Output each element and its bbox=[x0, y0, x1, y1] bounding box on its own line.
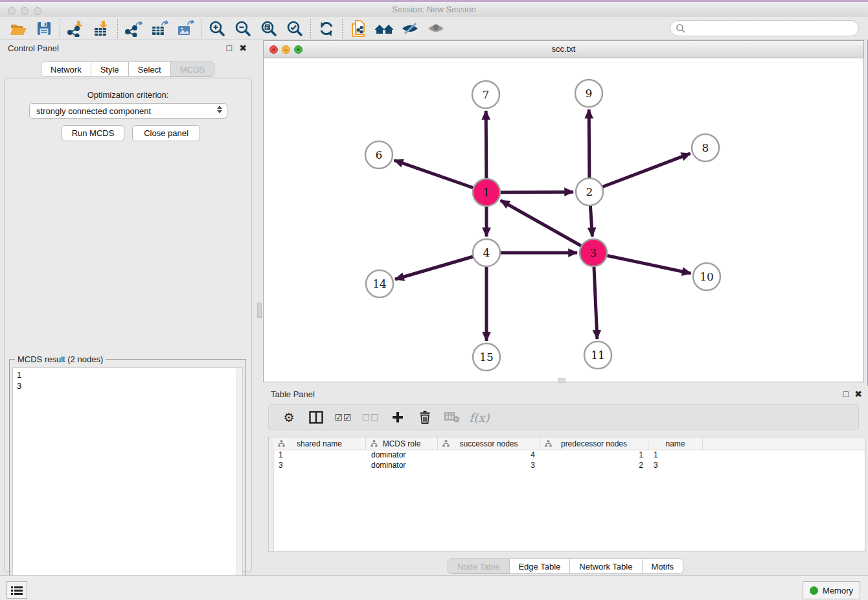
zoom-fit-button[interactable] bbox=[256, 19, 282, 38]
zoom-selected-button[interactable] bbox=[282, 19, 308, 38]
criterion-value: strongly connected component bbox=[36, 106, 151, 116]
network-graph[interactable]: 7968124314101511 bbox=[264, 58, 863, 382]
close-table-panel-icon[interactable]: ✖ bbox=[854, 388, 862, 400]
node-label-2: 2 bbox=[586, 185, 593, 198]
tab-edge-table[interactable]: Edge Table bbox=[509, 559, 570, 573]
export-table-button[interactable] bbox=[146, 19, 172, 38]
zoom-out-button[interactable] bbox=[230, 19, 256, 38]
table-row[interactable]: 3dominator323 bbox=[273, 460, 865, 470]
tab-node-table[interactable]: Node Table bbox=[448, 559, 510, 573]
cell-successor-nodes[interactable]: 4 bbox=[438, 450, 540, 460]
export-network-button[interactable] bbox=[120, 19, 146, 38]
clone-network-button[interactable] bbox=[345, 19, 371, 38]
deselect-all-checkboxes-icon[interactable]: ☐☐ bbox=[360, 408, 382, 427]
status-bar: Memory bbox=[0, 575, 868, 600]
cell-name[interactable]: 3 bbox=[648, 460, 703, 470]
column-header-name[interactable]: name bbox=[648, 437, 703, 450]
column-header-shared-name[interactable]: shared name bbox=[273, 437, 366, 450]
function-builder-icon[interactable]: f(x) bbox=[468, 408, 490, 427]
splitter-handle[interactable] bbox=[257, 303, 262, 318]
panel-splitter[interactable] bbox=[255, 40, 263, 575]
export-network-icon bbox=[125, 20, 143, 37]
control-panel-title: Control Panel bbox=[8, 43, 59, 53]
save-session-button[interactable] bbox=[31, 19, 57, 38]
main-toolbar bbox=[0, 17, 868, 40]
delete-column-icon[interactable] bbox=[414, 408, 436, 427]
cell-shared-name[interactable]: 1 bbox=[273, 450, 366, 460]
network-window-titlebar[interactable]: × − + scc.txt bbox=[264, 41, 863, 58]
node-label-8: 8 bbox=[702, 141, 709, 154]
node-label-7: 7 bbox=[483, 88, 490, 101]
criterion-dropdown[interactable]: strongly connected component bbox=[29, 103, 227, 119]
task-history-button[interactable] bbox=[6, 581, 27, 599]
column-header-MCDS-role[interactable]: MCDS role bbox=[366, 437, 438, 450]
toolbar-separator bbox=[60, 19, 60, 38]
delete-table-icon[interactable] bbox=[441, 408, 463, 427]
add-column-icon[interactable] bbox=[387, 408, 409, 427]
tab-network[interactable]: Network bbox=[41, 62, 91, 76]
close-panel-icon[interactable]: ✖ bbox=[239, 42, 247, 54]
table-row[interactable]: 1dominator411 bbox=[273, 450, 865, 460]
column-header-successor-nodes[interactable]: successor nodes bbox=[438, 437, 540, 450]
cell-MCDS-role[interactable]: dominator bbox=[366, 450, 438, 460]
node-label-4: 4 bbox=[483, 246, 490, 259]
cell-name[interactable]: 1 bbox=[648, 450, 703, 460]
table-tabs: Node TableEdge TableNetwork TableMotifs bbox=[448, 559, 683, 574]
table-panel: Table Panel □ ✖ ⚙ ☑☑ ☐☐ bbox=[263, 386, 868, 575]
refresh-button[interactable] bbox=[314, 19, 339, 38]
import-network-button[interactable] bbox=[63, 19, 89, 38]
toolbar-separator bbox=[201, 19, 201, 38]
node-label-1: 1 bbox=[483, 186, 490, 199]
search-input[interactable] bbox=[670, 20, 859, 36]
tab-select[interactable]: Select bbox=[129, 62, 171, 76]
select-all-checkboxes-icon[interactable]: ☑☑ bbox=[332, 408, 354, 427]
import-table-button[interactable] bbox=[89, 19, 115, 38]
tab-network-table[interactable]: Network Table bbox=[570, 559, 642, 573]
export-table-icon bbox=[151, 20, 168, 37]
mcds-result-textarea[interactable]: 1 3 bbox=[12, 367, 243, 600]
control-panel: Control Panel □ ✖ NetworkStyleSelectMCDS… bbox=[0, 40, 255, 575]
zoom-in-button[interactable] bbox=[204, 19, 230, 38]
home-button[interactable] bbox=[371, 19, 397, 38]
export-image-button[interactable] bbox=[172, 19, 198, 38]
cell-predecessor-nodes[interactable]: 1 bbox=[540, 450, 648, 460]
node-label-14: 14 bbox=[372, 277, 387, 290]
edge-3-10[interactable] bbox=[593, 253, 691, 273]
tab-style[interactable]: Style bbox=[91, 62, 129, 76]
cell-MCDS-role[interactable]: dominator bbox=[366, 460, 438, 470]
node-label-6: 6 bbox=[376, 148, 383, 161]
edge-3-1[interactable] bbox=[501, 200, 593, 253]
tab-motifs[interactable]: Motifs bbox=[642, 559, 683, 573]
network-canvas[interactable]: 7968124314101511 bbox=[264, 58, 863, 382]
edge-2-8[interactable] bbox=[589, 154, 691, 192]
hide-selected-button[interactable] bbox=[397, 19, 423, 38]
column-header-predecessor-nodes[interactable]: predecessor nodes bbox=[540, 437, 648, 450]
columns-icon[interactable] bbox=[305, 408, 327, 427]
import-network-icon bbox=[67, 20, 84, 37]
mcds-result-group: MCDS result (2 nodes) 1 3 bbox=[9, 359, 246, 600]
cell-successor-nodes[interactable]: 3 bbox=[438, 460, 540, 470]
node-label-11: 11 bbox=[591, 349, 605, 362]
close-panel-button[interactable]: Close panel bbox=[132, 125, 200, 141]
float-panel-icon[interactable]: □ bbox=[227, 42, 232, 54]
memory-button[interactable]: Memory bbox=[803, 581, 860, 599]
result-scrollbar[interactable] bbox=[236, 368, 242, 600]
toolbar-separator bbox=[117, 19, 118, 38]
memory-status-dot-icon bbox=[810, 586, 818, 595]
table-panel-header: Table Panel □ ✖ bbox=[263, 386, 868, 403]
mcds-panel: Optimization criterion: strongly connect… bbox=[4, 78, 252, 571]
gear-icon[interactable]: ⚙ bbox=[278, 408, 300, 427]
dropdown-stepper-icon bbox=[217, 106, 222, 113]
show-all-button[interactable] bbox=[423, 19, 449, 38]
run-mcds-button[interactable]: Run MCDS bbox=[62, 125, 124, 141]
open-file-button[interactable] bbox=[5, 19, 31, 38]
cell-shared-name[interactable]: 3 bbox=[273, 460, 366, 470]
mcds-result-text: 1 3 bbox=[13, 368, 242, 393]
tab-mcds[interactable]: MCDS bbox=[171, 62, 214, 76]
cell-predecessor-nodes[interactable]: 2 bbox=[540, 460, 648, 470]
edge-1-6[interactable] bbox=[394, 160, 486, 192]
float-table-panel-icon[interactable]: □ bbox=[843, 388, 849, 400]
canvas-resize-handle[interactable] bbox=[558, 378, 565, 383]
zoom-out-icon bbox=[234, 20, 251, 37]
column-hierarchy-icon bbox=[371, 440, 378, 447]
